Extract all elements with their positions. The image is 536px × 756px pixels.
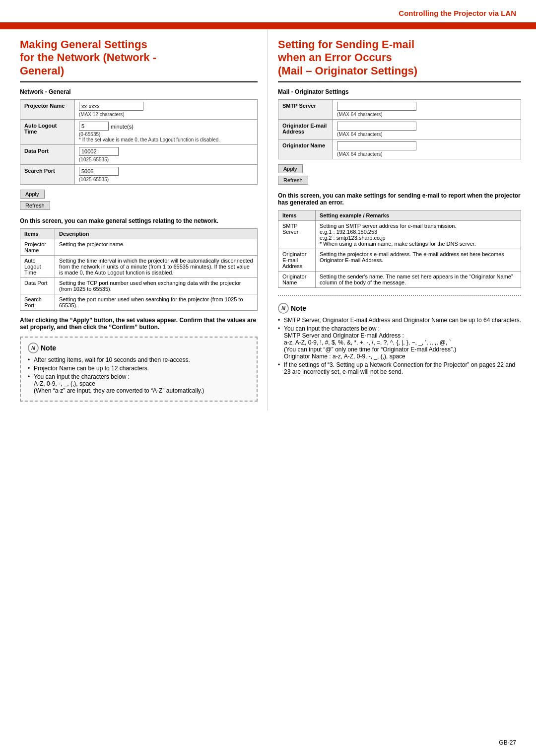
auto-logout-label: Auto Logout Time <box>20 120 75 144</box>
list-item: You can input the characters below : A-Z… <box>28 373 250 394</box>
table-cell-item: SMTP Server <box>278 221 316 249</box>
table-cell-item: Search Port <box>20 294 55 311</box>
right-section-heading: Setting for Sending E-mail when an Error… <box>278 38 521 77</box>
table-cell-item: Originator Name <box>278 272 316 288</box>
table-row: Search PortSetting the port number used … <box>20 294 258 311</box>
right-note-box: N Note SMTP Server, Originator E-mail Ad… <box>278 303 521 375</box>
smtp-input[interactable] <box>337 102 416 111</box>
right-body-bold: On this screen, you can make settings fo… <box>278 192 521 206</box>
orig-name-input[interactable] <box>337 141 416 150</box>
left-table-col-description: Description <box>55 229 258 239</box>
left-column: Making General Settings for the Network … <box>0 29 268 411</box>
network-general-form: Projector Name (MAX 12 characters) Auto … <box>20 99 258 185</box>
right-refresh-button[interactable]: Refresh <box>278 176 308 185</box>
table-cell-description: Setting the TCP port number used when ex… <box>55 278 258 294</box>
orig-name-value: (MAX 64 characters) <box>333 139 521 159</box>
right-items-table: Items Setting example / Remarks SMTP Ser… <box>278 210 521 288</box>
table-cell-description: Setting the port number used when search… <box>55 294 258 311</box>
left-table-col-items: Items <box>20 229 55 239</box>
list-item: Projector Name can be up to 12 character… <box>28 365 250 372</box>
page-title: Controlling the Projector via LAN <box>399 9 516 17</box>
form-row-orig-name: Originator Name (MAX 64 characters) <box>278 139 521 159</box>
dotted-divider <box>278 295 521 296</box>
table-row: Projector NameSetting the projector name… <box>20 239 258 256</box>
left-divider <box>20 81 258 82</box>
note-icon: N <box>28 343 39 353</box>
list-item: SMTP Server, Originator E-mail Address a… <box>278 317 521 324</box>
table-cell-remarks: Setting the sender's name. The name set … <box>316 272 521 288</box>
list-item: You can input the characters below : SMT… <box>278 325 521 360</box>
page-footer: GB-27 <box>499 739 516 746</box>
table-cell-description: Setting the time interval in which the p… <box>55 256 258 278</box>
data-port-input[interactable] <box>79 147 119 156</box>
auto-logout-hint2: * If the set value is made 0, the Auto L… <box>79 137 253 142</box>
data-port-hint: (1025-65535) <box>79 157 253 162</box>
data-port-value: (1025-65535) <box>75 145 257 164</box>
search-port-label: Search Port <box>20 165 75 184</box>
mail-originator-form: SMTP Server (MAX 64 characters) Originat… <box>278 99 521 159</box>
page-number: GB-27 <box>499 739 516 746</box>
table-row: Auto Logout TimeSetting the time interva… <box>20 256 258 278</box>
list-item: If the settings of “3. Setting up a Netw… <box>278 361 521 375</box>
email-addr-hint: (MAX 64 characters) <box>337 132 517 137</box>
email-addr-label: Originator E-mail Address <box>278 120 333 139</box>
table-cell-remarks: Setting the projector's e-mail address. … <box>316 249 521 272</box>
left-body-bold: On this screen, you can make general set… <box>20 217 258 224</box>
right-table-col-remarks: Setting example / Remarks <box>316 210 521 221</box>
right-column: Setting for Sending E-mail when an Error… <box>268 29 536 411</box>
table-row: Data PortSetting the TCP port number use… <box>20 278 258 294</box>
svg-text:N: N <box>281 305 286 311</box>
smtp-value: (MAX 64 characters) <box>333 100 521 119</box>
auto-logout-input[interactable] <box>79 122 109 131</box>
auto-logout-value: minute(s) (0-65535) * If the set value i… <box>75 120 257 144</box>
smtp-label: SMTP Server <box>278 100 333 119</box>
search-port-value: (1025-65535) <box>75 165 257 184</box>
left-apply-button[interactable]: Apply <box>20 190 45 199</box>
right-note-icon: N <box>278 303 289 314</box>
list-item: After setting items, wait for 10 seconds… <box>28 356 250 363</box>
orig-name-label: Originator Name <box>278 139 333 159</box>
projector-name-input[interactable] <box>79 102 143 111</box>
left-note-box: N Note After setting items, wait for 10 … <box>20 337 258 402</box>
table-cell-item: Originator E-mail Address <box>278 249 316 272</box>
table-cell-remarks: Setting an SMTP server address for e-mai… <box>316 221 521 249</box>
table-cell-item: Projector Name <box>20 239 55 256</box>
main-content: Making General Settings for the Network … <box>0 29 536 411</box>
email-addr-input[interactable] <box>337 122 416 131</box>
form-row-auto-logout: Auto Logout Time minute(s) (0-65535) * I… <box>20 120 257 145</box>
right-table-col-items: Items <box>278 210 316 221</box>
page-header: Controlling the Projector via LAN <box>0 0 536 22</box>
table-cell-item: Data Port <box>20 278 55 294</box>
form-row-data-port: Data Port (1025-65535) <box>20 145 257 165</box>
right-divider <box>278 81 521 82</box>
form-row-projector-name: Projector Name (MAX 12 characters) <box>20 100 257 120</box>
right-subsection-label: Mail - Originator Settings <box>278 88 521 95</box>
form-row-search-port: Search Port (1025-65535) <box>20 165 257 184</box>
smtp-hint: (MAX 64 characters) <box>337 112 517 117</box>
table-row: Originator NameSetting the sender's name… <box>278 272 521 288</box>
right-apply-button[interactable]: Apply <box>278 164 303 173</box>
orig-name-hint: (MAX 64 characters) <box>337 151 517 157</box>
search-port-hint: (1025-65535) <box>79 177 253 182</box>
search-port-input[interactable] <box>79 167 119 176</box>
auto-logout-unit: minute(s) <box>111 124 134 130</box>
table-row: Originator E-mail AddressSetting the pro… <box>278 249 521 272</box>
right-note-list: SMTP Server, Originator E-mail Address a… <box>278 317 521 375</box>
table-row: SMTP ServerSetting an SMTP server addres… <box>278 221 521 249</box>
auto-logout-hint1: (0-65535) <box>79 132 253 137</box>
left-items-table: Items Description Projector NameSetting … <box>20 228 258 311</box>
left-refresh-button[interactable]: Refresh <box>20 201 50 210</box>
projector-name-value: (MAX 12 characters) <box>75 100 257 119</box>
form-row-smtp: SMTP Server (MAX 64 characters) <box>278 100 521 120</box>
red-bar <box>0 22 536 29</box>
left-note-list: After setting items, wait for 10 seconds… <box>28 356 250 394</box>
table-cell-description: Setting the projector name. <box>55 239 258 256</box>
table-cell-item: Auto Logout Time <box>20 256 55 278</box>
left-note-header: N Note <box>28 343 250 353</box>
right-note-title: Note <box>291 304 306 312</box>
svg-text:N: N <box>31 345 36 351</box>
data-port-label: Data Port <box>20 145 75 164</box>
left-section-heading: Making General Settings for the Network … <box>20 38 258 77</box>
projector-name-hint: (MAX 12 characters) <box>79 112 253 117</box>
projector-name-label: Projector Name <box>20 100 75 119</box>
